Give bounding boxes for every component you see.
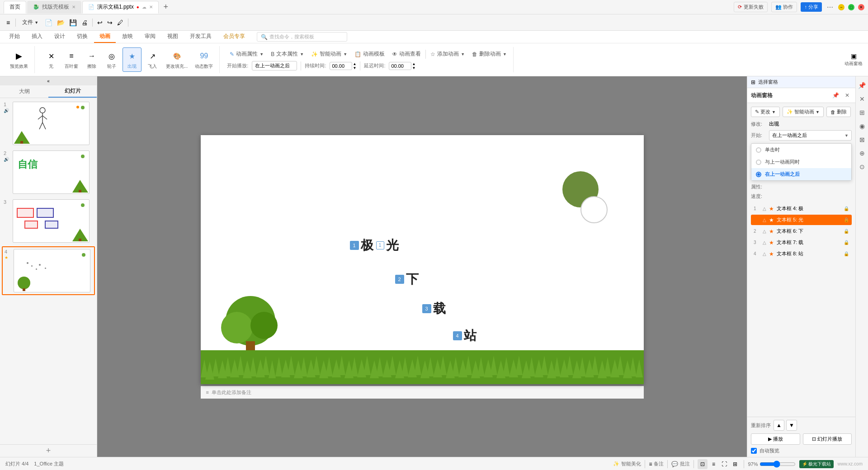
quick-open[interactable]: 📂 [55, 18, 66, 28]
file-tab-close[interactable]: ✕ [149, 5, 153, 9]
tab-design[interactable]: 设计 [49, 31, 71, 43]
slide-tab-outline[interactable]: 大纲 [0, 85, 48, 98]
delay-input[interactable] [389, 62, 411, 70]
slide-tab-slides[interactable]: 幻灯片 [48, 85, 97, 98]
close-btn[interactable]: ✕ [858, 4, 864, 10]
tab-developer[interactable]: 开发工具 [184, 31, 217, 43]
play-btn[interactable]: ▶ 播放 [751, 433, 800, 445]
note-placeholder[interactable]: 单击此处添加备注 [212, 389, 251, 396]
delay-down[interactable]: ▼ [412, 66, 415, 70]
trigger-option-withprev[interactable]: 与上一动画同时 [751, 156, 851, 168]
view-grid-btn[interactable]: ⊞ [730, 459, 740, 469]
tab-slideshow[interactable]: 放映 [117, 31, 138, 43]
add-anim-btn[interactable]: ☆ 添加动画 ▼ [428, 49, 467, 59]
hold-time-down[interactable]: ▼ [353, 66, 356, 70]
add-slide-btn[interactable]: + [0, 444, 97, 457]
anim-flyin-btn[interactable]: ↗ 飞入 [143, 48, 161, 71]
anim-list-item-3[interactable]: 2 △ ★ 文本框 6: 下 🔒 [751, 226, 852, 236]
animation-template-btn[interactable]: 📋 动画模板 [352, 49, 387, 59]
menu-file[interactable]: 文件 ▼ [19, 17, 42, 28]
search-box[interactable]: 🔍 查找命令，搜索模板 [257, 32, 347, 42]
side-icon-2[interactable]: ✕ [857, 94, 868, 104]
view-normal-btn[interactable]: ⊡ [698, 459, 708, 469]
share-btn[interactable]: ↑ 分享 [801, 2, 822, 12]
modify-btn[interactable]: ✎ 更改 ▼ [751, 107, 780, 117]
slide-item-3[interactable]: 3 [2, 197, 95, 244]
panel-close-btn[interactable]: ✕ [843, 91, 852, 100]
notes-btn[interactable]: ≡ 备注 [649, 461, 664, 467]
slide-item-1[interactable]: 1 🔊 [2, 100, 95, 147]
side-icon-3[interactable]: ⊞ [857, 107, 868, 118]
anim-more-btn[interactable]: 🎨 更改填充... [163, 48, 190, 71]
side-icon-7[interactable]: ⊙ [857, 161, 868, 172]
quick-save[interactable]: 💾 [67, 18, 79, 28]
select-style-btn[interactable]: ⊞ 选择窗格 [747, 76, 855, 88]
auto-preview-checkbox[interactable] [751, 448, 757, 454]
preview-btn[interactable]: ▶ 预览效果 [7, 48, 31, 71]
smart-anim-btn2[interactable]: ✨ 智能动画 ▼ [783, 107, 824, 117]
tab-animation[interactable]: 动画 [94, 31, 116, 43]
delete-btn[interactable]: 🗑 删除 [826, 107, 851, 117]
anim-list-item-2[interactable]: △ ★ 文本框 5: 光 🔒 [751, 215, 852, 225]
delete-anim-btn[interactable]: 🗑 删除动画 ▼ [469, 49, 509, 59]
canvas-white-circle[interactable] [580, 196, 608, 223]
anim-wipe-btn[interactable]: → 擦除 [83, 48, 101, 71]
comments-btn[interactable]: 💬 批注 [671, 461, 690, 467]
reorder-up-btn[interactable]: ▲ [774, 420, 784, 431]
slide-item-2[interactable]: 2 🔊 自信 [2, 149, 95, 196]
smart-animation-btn[interactable]: ✨ 智能动画 ▼ [308, 49, 350, 59]
anim-list-item-1[interactable]: 1 △ ★ 文本框 4: 极 🔒 [751, 203, 852, 214]
slideshow-btn[interactable]: ⊡ 幻灯片播放 [803, 433, 852, 445]
collab-btn[interactable]: 👥 协作 [771, 2, 797, 12]
undo-btn[interactable]: ↩ [95, 18, 104, 28]
quick-new[interactable]: 📄 [43, 18, 54, 28]
format-brush[interactable]: 🖊 [115, 18, 125, 28]
hamburger-menu[interactable]: ≡ [4, 18, 13, 28]
start-select[interactable]: 在上一动画之后 ▼ [769, 130, 852, 141]
side-icon-6[interactable]: ⊕ [857, 148, 868, 159]
tab-view[interactable]: 视图 [162, 31, 184, 43]
tab-review[interactable]: 审阅 [139, 31, 161, 43]
tab-transition[interactable]: 切换 [71, 31, 93, 43]
view-outline-btn[interactable]: ≡ [708, 459, 718, 469]
anim-properties-btn[interactable]: ✎ 动画属性 ▼ [227, 49, 266, 59]
anim-list-item-5[interactable]: 4 △ ★ 文本框 8: 站 🔒 [751, 249, 852, 259]
start-dropdown[interactable]: 在上一动画之后 [252, 61, 297, 70]
side-icon-5[interactable]: ⊠ [857, 134, 868, 145]
update-btn[interactable]: ⟳ 更新失败 [734, 2, 768, 12]
anim-appear-btn[interactable]: ★ 出现 [123, 47, 142, 72]
canvas-item-3[interactable]: 3 载 [422, 300, 446, 317]
tab-insert[interactable]: 插入 [26, 31, 48, 43]
view-fullscreen-btn[interactable]: ⛶ [719, 459, 729, 469]
slide-item-4[interactable]: 4 ★ [2, 246, 95, 295]
tab-file[interactable]: 📄 演示文稿1.pptx ● ☁ ✕ [82, 1, 159, 14]
delay-up[interactable]: ▲ [412, 62, 415, 66]
minimize-btn[interactable]: − [838, 4, 844, 10]
tab-template[interactable]: 🐉 找版壳模板 ✕ [27, 1, 81, 14]
animation-view-btn[interactable]: 👁 动画查看 [389, 49, 424, 59]
anim-list-item-4[interactable]: 3 △ ★ 文本框 7: 载 🔒 [751, 237, 852, 248]
zoom-slider[interactable] [760, 461, 796, 468]
anim-blinds-btn[interactable]: ≡ 百叶窗 [62, 48, 81, 71]
new-tab-btn[interactable]: + [160, 1, 172, 14]
side-icon-1[interactable]: 📌 [857, 80, 868, 91]
hold-time-up[interactable]: ▲ [353, 62, 356, 66]
anim-wheel-btn[interactable]: ◎ 轮子 [103, 48, 121, 71]
tab-member[interactable]: 会员专享 [218, 31, 250, 43]
redo-btn[interactable]: ↪ [105, 18, 114, 28]
maximize-btn[interactable]: □ [848, 4, 854, 10]
tab-start[interactable]: 开始 [4, 31, 25, 43]
template-tab-close[interactable]: ✕ [72, 5, 75, 9]
ai-beautify-btn[interactable]: ✨ 智能美化 [613, 461, 641, 467]
reorder-down-btn[interactable]: ▼ [786, 420, 797, 431]
text-properties-btn[interactable]: B 文本属性 ▼ [268, 49, 307, 59]
trigger-option-afterprev[interactable]: 在上一动画之后 [751, 168, 851, 180]
hold-time-input[interactable] [330, 62, 352, 70]
panel-pin-btn[interactable]: 📌 [831, 91, 840, 100]
tab-home[interactable]: 首页 [4, 1, 26, 14]
canvas-item-4[interactable]: 4 站 [453, 327, 476, 344]
anim-dynamic-btn[interactable]: 99 动态数字 [192, 48, 216, 71]
open-animation-panel-btn[interactable]: ▣ 动画窗格 [843, 52, 864, 68]
more-btn[interactable]: ⋯ [826, 2, 835, 12]
side-icon-4[interactable]: ◉ [857, 121, 868, 132]
